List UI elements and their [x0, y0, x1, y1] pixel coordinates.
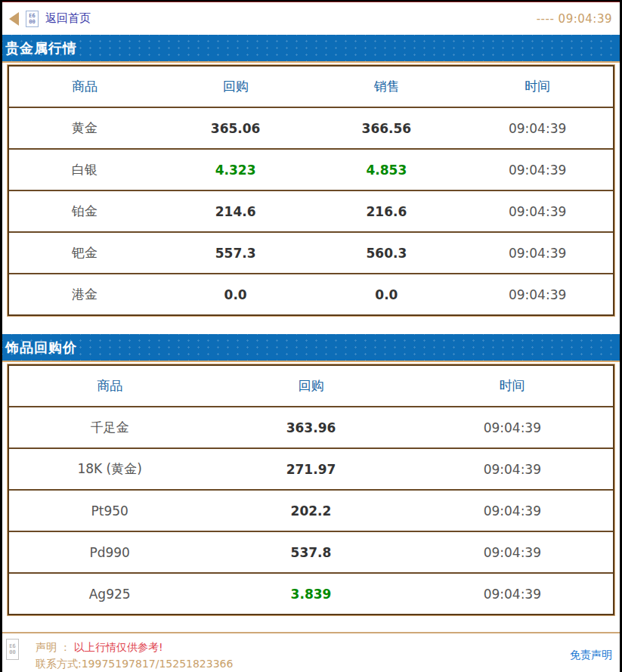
table-header-row: 商品 回购 销售 时间 [9, 67, 613, 108]
table-row: 18K (黄金) 271.97 09:04:39 [9, 449, 613, 491]
buyback-price: 271.97 [210, 462, 411, 477]
product-name: 钯金 [9, 244, 160, 262]
topbar: E6 00 返回首页 ---- 09:04:39 [2, 2, 620, 35]
buyback-price: 0.0 [160, 287, 311, 302]
precious-metals-table: 商品 回购 销售 时间 黄金 365.06 366.56 09:04:39 白银… [8, 65, 614, 316]
jewelry-buyback-table: 商品 回购 时间 千足金 363.96 09:04:39 18K (黄金) 27… [8, 364, 614, 615]
product-name: 港金 [9, 286, 160, 303]
sell-price: 216.6 [311, 204, 463, 219]
column-header-product: 商品 [9, 377, 210, 395]
footer: E6 00 声明 ： 以上行情仅供参考! 联系方式:19975197817/15… [2, 632, 620, 672]
contact-info: 联系方式:19975197817/15251823366 [36, 655, 233, 672]
product-name: 18K (黄金) [9, 460, 210, 478]
product-name: 千足金 [9, 419, 210, 436]
buyback-price: 3.839 [210, 587, 411, 602]
column-header-product: 商品 [9, 78, 160, 95]
missing-glyph-lo: 00 [9, 649, 15, 655]
buyback-price: 4.323 [160, 163, 311, 178]
column-header-sell: 销售 [311, 78, 463, 95]
buyback-price: 214.6 [160, 204, 311, 219]
product-name: 黄金 [9, 119, 160, 137]
back-home-link[interactable]: 返回首页 [45, 11, 91, 26]
missing-glyph-lo: 00 [29, 19, 35, 25]
column-header-time: 时间 [412, 377, 613, 395]
product-name: Pt950 [9, 503, 210, 519]
statement-label: 声明 ： [36, 641, 74, 653]
missing-glyph-hi: E6 [29, 13, 35, 19]
column-header-time: 时间 [462, 78, 613, 95]
product-name: 铂金 [9, 203, 160, 220]
table-row: 千足金 363.96 09:04:39 [9, 407, 613, 449]
home-icon[interactable]: E6 00 [26, 11, 39, 27]
section-title-jewelry-buyback: 饰品回购价 [2, 334, 620, 361]
topbar-time: ---- 09:04:39 [537, 12, 612, 26]
buyback-price: 557.3 [160, 246, 311, 261]
sell-price: 0.0 [311, 287, 463, 302]
table-row: 铂金 214.6 216.6 09:04:39 [9, 191, 613, 233]
quote-time: 09:04:39 [462, 246, 613, 261]
footer-notice-icon: E6 00 [6, 639, 19, 660]
section-underline [2, 61, 620, 63]
quote-time: 09:04:39 [462, 121, 613, 136]
buyback-price: 537.8 [210, 545, 411, 560]
buyback-price: 365.06 [160, 121, 311, 136]
table-row: 港金 0.0 0.0 09:04:39 [9, 274, 613, 314]
buyback-price: 202.2 [210, 503, 411, 519]
table-row: Ag925 3.839 09:04:39 [9, 574, 613, 614]
section-title-precious-metals: 贵金属行情 [2, 35, 620, 61]
section-underline [2, 361, 620, 362]
table-row: Pd990 537.8 09:04:39 [9, 532, 613, 574]
quote-time: 09:04:39 [462, 204, 613, 219]
table-row: 白银 4.323 4.853 09:04:39 [9, 150, 613, 191]
table-row: Pt950 202.2 09:04:39 [9, 491, 613, 532]
footer-text: 声明 ： 以上行情仅供参考! 联系方式:19975197817/15251823… [36, 639, 233, 672]
product-name: 白银 [9, 161, 160, 178]
column-header-buyback: 回购 [210, 377, 411, 395]
page: E6 00 返回首页 ---- 09:04:39 贵金属行情 商品 回购 销售 … [0, 0, 622, 672]
column-header-buyback: 回购 [160, 78, 311, 95]
sell-price: 560.3 [311, 246, 463, 261]
table-header-row: 商品 回购 时间 [9, 366, 613, 407]
quote-time: 09:04:39 [412, 420, 613, 435]
back-arrow-icon[interactable] [9, 12, 19, 26]
sell-price: 366.56 [311, 121, 463, 136]
quote-time: 09:04:39 [412, 462, 613, 477]
table-row: 黄金 365.06 366.56 09:04:39 [9, 108, 613, 150]
sell-price: 4.853 [311, 163, 463, 178]
product-name: Pd990 [9, 545, 210, 560]
statement-text: 以上行情仅供参考! [74, 641, 163, 653]
quote-time: 09:04:39 [462, 287, 613, 302]
quote-time: 09:04:39 [462, 163, 613, 178]
quote-time: 09:04:39 [412, 545, 613, 560]
table-row: 钯金 557.3 560.3 09:04:39 [9, 233, 613, 274]
missing-glyph-hi: E6 [9, 643, 15, 649]
quote-time: 09:04:39 [412, 587, 613, 602]
buyback-price: 363.96 [210, 420, 411, 435]
disclaimer-link[interactable]: 免责声明 [570, 649, 612, 662]
product-name: Ag925 [9, 587, 210, 602]
quote-time: 09:04:39 [412, 503, 613, 519]
statement-line: 声明 ： 以上行情仅供参考! [36, 639, 233, 655]
